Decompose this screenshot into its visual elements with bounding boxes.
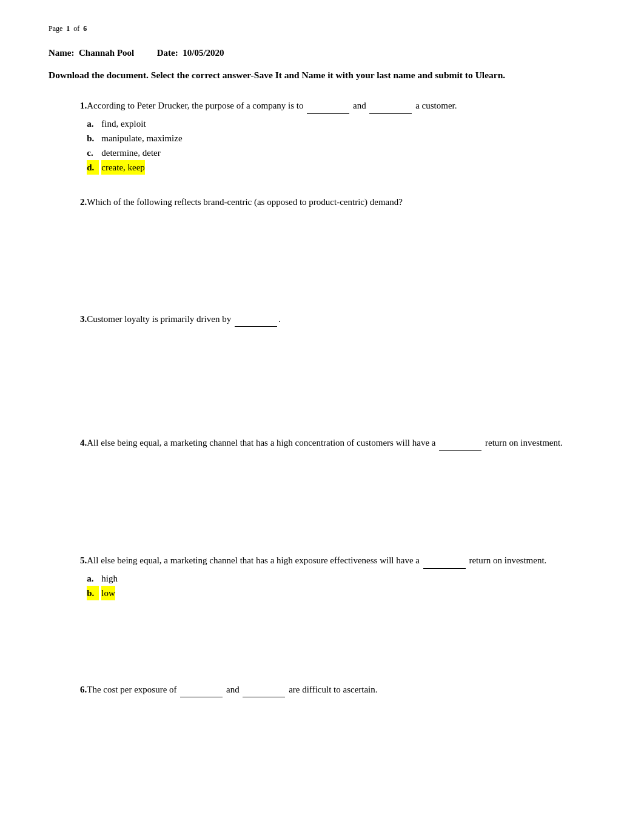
choice-1d-text: create, keep bbox=[101, 160, 145, 175]
choice-1b: b. manipulate, maximize bbox=[87, 131, 595, 146]
blank bbox=[369, 99, 412, 113]
date-label: Date: bbox=[157, 48, 178, 58]
blank bbox=[235, 312, 277, 327]
choice-5b-label: b. bbox=[87, 586, 99, 600]
page-indicator: Page 1 of 6 bbox=[49, 24, 595, 33]
question-4: 4. All else being equal, a marketing cha… bbox=[49, 436, 595, 453]
question-3-number: 3. bbox=[49, 312, 87, 329]
question-6: 6. The cost per exposure of and are diff… bbox=[49, 683, 595, 700]
choice-1d-label: d. bbox=[87, 160, 99, 175]
question-6-number: 6. bbox=[49, 683, 87, 700]
question-3-content: Customer loyalty is primarily driven by … bbox=[87, 312, 595, 329]
blank bbox=[439, 436, 481, 451]
choice-5b-text: low bbox=[101, 586, 115, 600]
blank bbox=[180, 683, 223, 697]
page-of: of bbox=[73, 24, 79, 33]
question-4-content: All else being equal, a marketing channe… bbox=[87, 436, 595, 453]
choice-1c-text: determine, deter bbox=[101, 146, 160, 160]
question-1: 1. According to Peter Drucker, the purpo… bbox=[49, 99, 595, 174]
choice-1d: d. create, keep bbox=[87, 160, 595, 175]
question-5-choices: a. high b. low bbox=[87, 571, 595, 600]
page-total: 6 bbox=[83, 24, 87, 33]
blank bbox=[423, 554, 466, 568]
choice-1c: c. determine, deter bbox=[87, 146, 595, 160]
question-1-choices: a. find, exploit b. manipulate, maximize… bbox=[87, 116, 595, 175]
name-value: Channah Pool bbox=[79, 48, 134, 58]
page-label: Page bbox=[49, 24, 62, 33]
choice-1a-text: find, exploit bbox=[101, 116, 146, 131]
question-5: 5. All else being equal, a marketing cha… bbox=[49, 554, 595, 600]
choice-5a-label: a. bbox=[87, 571, 99, 586]
question-4-text: All else being equal, a marketing channe… bbox=[87, 436, 595, 451]
question-2-number: 2. bbox=[49, 195, 87, 212]
question-2: 2. Which of the following reflects brand… bbox=[49, 195, 595, 212]
instructions-text: Download the document. Select the correc… bbox=[49, 70, 505, 80]
question-1-text: According to Peter Drucker, the purpose … bbox=[87, 99, 595, 113]
question-6-text: The cost per exposure of and are difficu… bbox=[87, 683, 595, 697]
question-4-number: 4. bbox=[49, 436, 87, 453]
page-current: 1 bbox=[66, 24, 70, 33]
header: Name: Channah Pool Date: 10/05/2020 bbox=[49, 48, 595, 58]
question-2-content: Which of the following reflects brand-ce… bbox=[87, 195, 595, 212]
choice-5a-text: high bbox=[101, 571, 118, 586]
date-value: 10/05/2020 bbox=[183, 48, 224, 58]
question-3-text: Customer loyalty is primarily driven by … bbox=[87, 312, 595, 327]
choice-1a: a. find, exploit bbox=[87, 116, 595, 131]
instructions: Download the document. Select the correc… bbox=[49, 68, 595, 82]
choice-1b-text: manipulate, maximize bbox=[101, 131, 182, 146]
choice-5b: b. low bbox=[87, 586, 595, 600]
choice-1b-label: b. bbox=[87, 131, 99, 146]
choice-5a: a. high bbox=[87, 571, 595, 586]
question-3: 3. Customer loyalty is primarily driven … bbox=[49, 312, 595, 329]
question-2-text: Which of the following reflects brand-ce… bbox=[87, 195, 595, 209]
question-5-number: 5. bbox=[49, 554, 87, 600]
name-label: Name: bbox=[49, 48, 74, 58]
blank bbox=[243, 683, 285, 697]
question-1-content: According to Peter Drucker, the purpose … bbox=[87, 99, 595, 174]
question-1-number: 1. bbox=[49, 99, 87, 174]
question-5-text: All else being equal, a marketing channe… bbox=[87, 554, 595, 568]
blank bbox=[307, 99, 349, 113]
question-6-content: The cost per exposure of and are difficu… bbox=[87, 683, 595, 700]
choice-1a-label: a. bbox=[87, 116, 99, 131]
choice-1c-label: c. bbox=[87, 146, 99, 160]
question-5-content: All else being equal, a marketing channe… bbox=[87, 554, 595, 600]
